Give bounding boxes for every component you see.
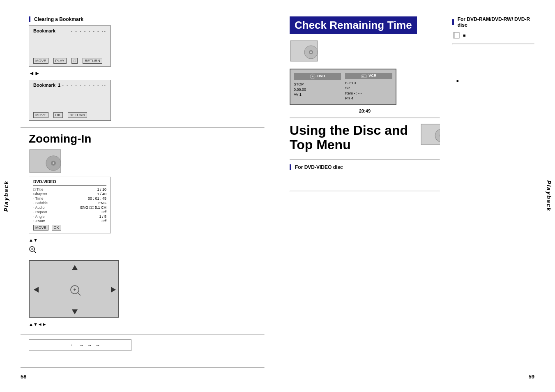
svg-point-19 (310, 51, 312, 53)
arrow-table-section: → → → → (29, 339, 265, 351)
divider-1 (21, 127, 265, 128)
vcr-header: VCR (345, 73, 392, 79)
dvd-move-btn: MOVE (33, 225, 48, 231)
page-num-right: 59 (529, 374, 534, 380)
using-disc-menu-section: Using the Disc and Top Menu (290, 123, 440, 155)
dvd-disc-icon (310, 74, 315, 79)
arrow-right-1: → (79, 342, 84, 348)
bookmark-label-2: Bookmark 1 (33, 83, 60, 88)
bookmark-dashes-2: - - - - - - - - - -- (62, 83, 106, 88)
ok-btn: OK (53, 112, 63, 118)
zoomed-view-panel (29, 260, 119, 318)
check-remaining-divider (290, 118, 440, 118)
main-content-col: Check Remaining Time (290, 16, 440, 196)
play-btn: PLAY (53, 58, 67, 64)
dvd-ram-title: For DVD-RAM/DVD-RW/ DVD-R disc (452, 16, 534, 28)
disc-menu-divider (290, 159, 440, 160)
move-btn-2: MOVE (33, 112, 48, 118)
dvd-ok-btn: OK (52, 225, 61, 231)
svg-line-13 (78, 293, 81, 295)
check-remaining-disc (290, 40, 318, 65)
arrow-right-2: → (87, 342, 92, 348)
using-disc-menu-title: Using the Disc and Top Menu (290, 123, 415, 152)
arrow-table-left (29, 340, 66, 350)
divider-3 (21, 367, 265, 368)
direction-arrows-svg (30, 261, 120, 318)
dvd-header: DVD (294, 73, 341, 80)
vcr-status-col: VCR EJECT SP Rem - : - - PR 4 (345, 73, 392, 101)
clearing-bookmark-title: Clearing a Bookmark (29, 16, 265, 22)
bookmark-controls-1: MOVE PLAY □ RETURN (33, 58, 106, 64)
playback-text-right: Playback (546, 180, 552, 212)
arrow-table: → → → → (29, 339, 131, 351)
dvd-video-disc-title: For DVD-VIDEO disc (290, 164, 440, 170)
dvd-vcr-status-panel: DVD STOP 0:00:00 AV 1 VCR (290, 69, 396, 105)
move-btn: MOVE (33, 58, 48, 64)
dvd-video-section: For DVD-VIDEO disc (290, 164, 440, 191)
disc-menu-disc-image (420, 123, 440, 148)
dvd-video-panel: DVD-VIDEO □ Title1 / 10 Chapter1 / 40 · … (29, 177, 111, 233)
bookmark-controls-2: MOVE OK RETURN (33, 112, 106, 118)
arrow-table-right: → → → → (66, 340, 131, 350)
dvd-ram-note: ■ (452, 31, 534, 39)
svg-marker-8 (72, 265, 78, 270)
bookmark-label-1: Bookmark (33, 28, 55, 33)
right-page-content: Check Remaining Time (290, 16, 534, 196)
svg-point-21 (312, 76, 313, 77)
divider-2 (21, 334, 265, 335)
svg-marker-9 (72, 309, 78, 314)
bullet-item (456, 77, 534, 85)
svg-rect-23 (362, 76, 364, 77)
bookmark-dashes-1: _ _ - - - - - - - -- (60, 28, 106, 33)
using-disc-menu-text-block: Using the Disc and Top Menu (290, 123, 415, 155)
dvd-input-label: AV 1 (294, 92, 341, 97)
zooming-in-section: Zooming-In DVD-VIDEO □ T (29, 132, 265, 328)
zoom-in-icon (29, 246, 37, 254)
check-remaining-title: Check Remaining Time (290, 16, 417, 34)
bookmark-box-2: Bookmark 1 - - - - - - - - - -- MOVE OK … (29, 80, 111, 121)
playback-text-left: Playback (3, 180, 9, 212)
svg-marker-10 (34, 287, 39, 293)
playback-label-right: Playback (545, 0, 553, 392)
bottom-time: 20:49 (290, 108, 440, 113)
svg-line-5 (34, 251, 36, 253)
note-icon (452, 31, 461, 39)
svg-rect-22 (362, 75, 366, 78)
right-page: Check Remaining Time (277, 0, 555, 392)
bookmark-box-1: Bookmark _ _ - - - - - - - -- MOVE PLAY … (29, 25, 111, 67)
arrow-1: ◄► (29, 70, 265, 76)
check-remaining-section: Check Remaining Time (290, 16, 440, 65)
vcr-rem: Rem - : - - (345, 91, 392, 96)
vcr-eject-status: EJECT (345, 81, 392, 86)
empty-btn: □ (71, 58, 78, 64)
dvd-status-col: DVD STOP 0:00:00 AV 1 (294, 73, 341, 101)
page-num-left: 58 (21, 374, 26, 380)
right-sidebar-col: For DVD-RAM/DVD-RW/ DVD-R disc ■ (452, 16, 534, 196)
svg-marker-11 (111, 287, 116, 293)
step1-text: ▲▼ (29, 237, 265, 244)
dvd-time-display: 0:00:00 (294, 87, 341, 92)
dvd-ram-section: For DVD-RAM/DVD-RW/ DVD-R disc ■ (452, 16, 534, 44)
bullet-section (452, 77, 534, 85)
left-page: Playback Clearing a Bookmark Bookmark _ … (0, 0, 277, 392)
vcr-icon (361, 74, 367, 78)
zoom-disc-image (29, 149, 62, 173)
dvd-ram-divider (452, 44, 534, 44)
arrow-right-3: → (95, 342, 100, 348)
zooming-in-title: Zooming-In (29, 132, 265, 145)
playback-label-left: Playback (2, 0, 10, 392)
svg-point-3 (53, 162, 54, 164)
dvd-panel-header: DVD-VIDEO (33, 180, 106, 186)
svg-rect-28 (454, 32, 459, 38)
vcr-pr: PR 4 (345, 96, 392, 101)
step2-text: ▲▼◄► (29, 321, 265, 328)
dvd-stop-status: STOP (294, 82, 341, 87)
bullet-text-content (460, 77, 461, 85)
return-btn: RETURN (83, 58, 102, 64)
clearing-bookmark-section: Clearing a Bookmark Bookmark _ _ - - - -… (29, 16, 265, 121)
dvd-ram-note-text: ■ (463, 33, 466, 38)
return-btn-2: RETURN (68, 112, 88, 118)
dvd-video-divider (290, 191, 440, 191)
vcr-mode: SP (345, 85, 392, 91)
